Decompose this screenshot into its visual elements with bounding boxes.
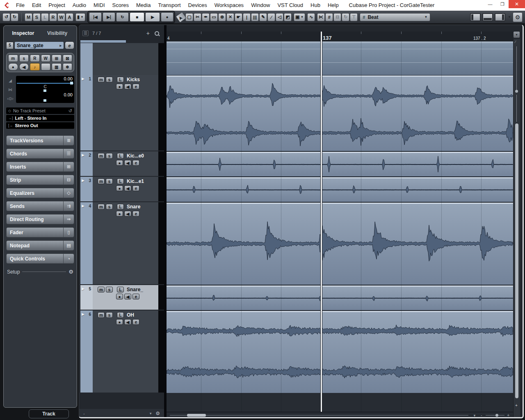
track-color-strip[interactable] [158,285,164,310]
write-all-button[interactable]: W [57,13,65,21]
menu-item[interactable]: Transport [154,0,184,11]
track-play-arrow-icon[interactable]: ▶ [82,77,84,82]
track-listen-button[interactable]: L [117,287,124,292]
zoom-slider-knob[interactable] [495,414,498,417]
undo-button[interactable]: ↺ [2,13,10,21]
track-listen-button[interactable]: L [117,77,124,82]
track-listen-button[interactable]: L [117,153,124,159]
vertical-zoom-track[interactable] [516,46,517,91]
track-play-arrow-icon[interactable]: ▶ [82,204,84,209]
audio-event-row[interactable] [167,202,513,285]
mute-tool[interactable]: ✕ [226,13,234,21]
solo-all-button[interactable]: S [33,13,41,21]
inspector-section[interactable]: Notepad ▤ [6,240,74,251]
track-color-strip[interactable] [158,310,164,393]
track-monitor-button[interactable]: ◀ [124,84,131,89]
freeze-button[interactable]: ❄ [63,63,73,71]
track-play-arrow-icon[interactable]: ▶ [82,178,84,183]
quantize-button[interactable]: ⊤ [350,13,358,21]
maximize-button[interactable]: ❐ [496,0,509,8]
range-selection-tool[interactable]: ▢ [185,13,193,21]
inspector-tab[interactable]: Inspector [6,30,40,36]
color-tool[interactable]: ◩ [284,13,292,21]
play-tool[interactable]: ☛ [235,13,242,21]
inspector-section[interactable]: Fader ▯ [6,227,74,237]
zoom-out-button[interactable]: - [481,413,482,418]
menu-item[interactable]: Audio [69,0,90,11]
ruler-options-button[interactable]: ▼ [514,32,520,38]
tracklist-row[interactable]: ▶ 6 m s L OH ● ◀ e [80,310,164,393]
automation-mode-button[interactable]: ▮ ▼ [75,13,85,21]
track-edit-button[interactable]: e [132,319,139,325]
track-edit-button[interactable]: e [132,294,139,299]
menu-item[interactable]: MIDI [90,0,108,11]
tracklist-setup-icon[interactable]: ⚙ [155,411,160,416]
inspector-section[interactable]: Inserts ⊞ [6,162,74,172]
pan-slider-handle[interactable] [43,89,46,92]
track-controls[interactable]: m s L Kicks ● ◀ e [93,75,158,151]
track-solo-button[interactable]: s [106,312,113,318]
track-monitor-button[interactable]: ◀ [124,294,131,299]
track-monitor-button[interactable]: ◀ [124,319,131,325]
redo-button[interactable]: ↻ [11,13,18,21]
track-listen-button[interactable]: L [117,204,124,210]
read-automation-button[interactable]: R [30,55,40,62]
search-tracks-icon[interactable] [155,31,159,36]
zoom-in-button[interactable]: + [507,413,509,418]
audio-event-row[interactable] [167,177,513,202]
menu-item[interactable]: Scores [109,0,132,11]
menu-item[interactable]: Edit [28,0,45,11]
menu-item[interactable]: Project [45,0,68,11]
track-mute-button[interactable]: m [98,77,105,82]
musical-mode-button[interactable]: ♪ [30,63,40,71]
track-color-strip[interactable] [158,151,164,176]
split-tool[interactable]: ✂ [194,13,201,21]
color-menu-button[interactable]: ▣ ▼ [294,13,305,21]
vertical-scroll-thumb[interactable] [515,123,518,398]
track-edit-button[interactable]: e [132,185,139,191]
track-color-strip[interactable] [158,202,164,284]
comp-tool[interactable]: ||| [251,13,259,21]
audio-event-row[interactable] [167,151,513,176]
inspector-mute-button[interactable]: m [8,55,18,62]
track-name-field[interactable]: Snare_gate ▸ [15,42,64,49]
goto-next-marker-button[interactable]: ▶| [103,12,115,22]
tracklist-scroll-indicator[interactable] [80,40,126,43]
track-edit-button[interactable]: e [132,84,139,89]
zoom-slider-track[interactable] [486,415,504,415]
zoom-preset-dropdown[interactable]: ▼ [473,414,476,418]
track-record-button[interactable]: ● [116,160,123,166]
track-list-icon[interactable]: ☰ [82,30,89,36]
track-play-arrow-icon[interactable]: ▶ [82,287,84,292]
track-controls[interactable]: m s L OH ● ◀ e [93,310,158,393]
lower-zone-toggle[interactable] [482,13,493,21]
inspector-solo-button[interactable]: s [19,55,29,62]
monitor-button[interactable]: ◀ [19,63,29,71]
tracklist-row[interactable]: ▶ 5 m s L Snare_ ● ◀ e [80,285,164,310]
toolbar-setup-button[interactable]: ⚙ [513,12,523,22]
edit-in-place-button[interactable]: ⊞ [52,55,62,62]
inspector-tab[interactable]: Visibility [40,30,74,36]
inspector-section[interactable]: Chords ☰ [6,148,74,159]
audio-event-row[interactable] [167,75,513,151]
tracklist-row[interactable]: ▶ 2 m s L Kic...e0 ● ◀ e [80,151,164,176]
inspector-section[interactable]: Equalizers ◇ [6,188,74,198]
pan-value[interactable]: C [16,84,74,89]
project-cursor[interactable] [320,32,322,412]
tracklist-row[interactable]: ▶ 4 m s L Snare ● ◀ e [80,202,164,284]
lane-display-button[interactable]: ▥ [52,63,62,71]
inspector-section[interactable]: Direct Routing ⇒ [6,214,74,224]
timeline-ruler[interactable]: 4137137 . 2 [167,32,513,42]
track-monitor-button[interactable]: ◀ [124,185,131,191]
track-edit-button[interactable]: e [132,211,139,217]
track-record-button[interactable]: ● [116,84,123,89]
track-color-strip[interactable] [158,75,164,151]
vertical-scrollbar[interactable]: ∕ + [513,39,520,418]
vertical-zoom-knob[interactable] [515,90,518,93]
object-selection-tool[interactable]: ➤ [176,11,187,23]
track-controls[interactable]: m s L Snare ● ◀ e [93,202,158,284]
cycle-button[interactable]: ↻ [116,12,129,22]
inspector-section[interactable]: Sends ⇉ [6,201,74,211]
track-record-button[interactable]: ● [116,319,123,325]
chevron-down-icon[interactable]: ▼ [508,15,511,19]
